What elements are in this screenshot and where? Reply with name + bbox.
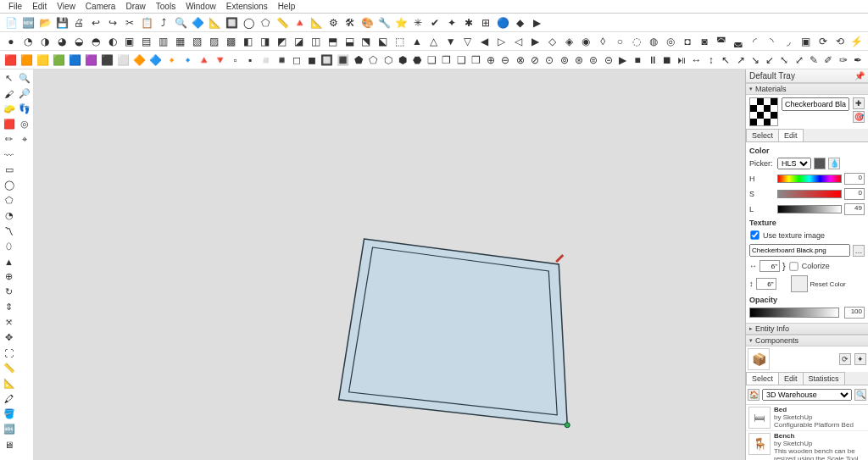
- toolbar3-button-7[interactable]: ⬜: [116, 53, 131, 68]
- toolbar2-button-21[interactable]: ⬔: [359, 34, 374, 49]
- texture-width[interactable]: [760, 260, 780, 272]
- toolbar2-button-24[interactable]: ▲: [409, 34, 425, 49]
- toolbar3-button-33[interactable]: ⊗: [514, 53, 526, 68]
- toolbar1-button-20[interactable]: 🛠: [342, 15, 358, 30]
- components-tab-select[interactable]: Select: [746, 372, 779, 385]
- toolbar2-button-9[interactable]: ▥: [156, 34, 171, 49]
- toolbar2-button-47[interactable]: ▣: [798, 34, 814, 49]
- link-dims-icon[interactable]: }: [782, 261, 786, 271]
- toolbar2-button-25[interactable]: △: [426, 34, 442, 49]
- toolbar3-button-25[interactable]: ⬢: [396, 53, 409, 68]
- toolbar2-button-49[interactable]: ⟲: [832, 34, 848, 49]
- toolbar3-button-39[interactable]: ⊝: [602, 53, 615, 68]
- components-tab-edit[interactable]: Edit: [778, 372, 804, 385]
- component-refresh-icon[interactable]: ⟳: [839, 353, 851, 365]
- entity-info-panel-head[interactable]: Entity Info: [746, 323, 868, 335]
- toolbar2-button-38[interactable]: ◍: [646, 34, 661, 49]
- opacity-slider[interactable]: [749, 308, 839, 318]
- toolbar3-button-40[interactable]: ▶: [616, 53, 629, 68]
- toolbar3-button-21[interactable]: 🔳: [336, 53, 350, 68]
- toolbar3-button-50[interactable]: ↙: [764, 53, 776, 68]
- toolbar1-button-12[interactable]: 📐: [207, 15, 222, 30]
- components-panel-head[interactable]: Components: [746, 335, 868, 346]
- modeling-viewport[interactable]: [34, 69, 745, 460]
- toolbar2-button-37[interactable]: ◌: [629, 34, 644, 49]
- toolbar3-button-9[interactable]: 🔷: [148, 53, 163, 68]
- left-tool-button-29[interactable]: ⌖: [17, 132, 31, 147]
- menu-tools[interactable]: Tools: [151, 2, 181, 11]
- toolbar3-button-53[interactable]: ✎: [807, 53, 820, 68]
- toolbar1-button-22[interactable]: 🔧: [376, 15, 392, 30]
- toolbar3-button-42[interactable]: ⏸: [646, 53, 659, 68]
- tray-title-bar[interactable]: Default Tray 📌: [746, 69, 868, 83]
- toolbar3-button-18[interactable]: ◻: [291, 53, 303, 68]
- toolbar3-button-4[interactable]: 🟦: [68, 53, 82, 68]
- toolbar3-button-22[interactable]: ⬟: [352, 53, 364, 68]
- toolbar1-button-11[interactable]: 🔷: [190, 15, 205, 30]
- toolbar3-button-3[interactable]: 🟩: [52, 53, 66, 68]
- toolbar2-button-28[interactable]: ◀: [477, 34, 492, 49]
- left-tool-button-22[interactable]: 🪣: [2, 407, 16, 421]
- left-tool-button-9[interactable]: ◔: [2, 208, 16, 223]
- browse-texture-icon[interactable]: …: [853, 245, 865, 257]
- toolbar1-button-14[interactable]: ◯: [241, 15, 256, 30]
- reset-color-swatch[interactable]: [791, 275, 808, 292]
- left-tool-button-4[interactable]: ✏: [2, 132, 16, 147]
- left-tool-button-17[interactable]: ✥: [2, 330, 16, 345]
- toolbar1-button-7[interactable]: ✂: [122, 15, 137, 30]
- toolbar3-button-1[interactable]: 🟧: [19, 53, 34, 68]
- toolbar2-button-11[interactable]: ▧: [189, 34, 204, 49]
- lum-value[interactable]: 49: [844, 203, 865, 215]
- toolbar2-button-20[interactable]: ⬓: [342, 34, 357, 49]
- left-tool-button-18[interactable]: ⛶: [2, 346, 16, 360]
- toolbar1-button-19[interactable]: ⚙: [326, 15, 341, 30]
- toolbar1-button-25[interactable]: ✔: [427, 15, 442, 30]
- toolbar1-button-27[interactable]: ✱: [461, 15, 476, 30]
- components-home-icon[interactable]: 🏠: [748, 389, 760, 401]
- toolbar1-button-29[interactable]: 🔵: [495, 15, 510, 30]
- toolbar3-button-19[interactable]: ◼: [305, 53, 318, 68]
- menu-edit[interactable]: Edit: [27, 2, 52, 11]
- toolbar3-button-55[interactable]: ✑: [837, 53, 849, 68]
- toolbar3-button-56[interactable]: ✒: [851, 53, 864, 68]
- toolbar1-button-21[interactable]: 🎨: [359, 15, 375, 30]
- left-tool-button-19[interactable]: 📏: [2, 361, 16, 375]
- toolbar3-button-29[interactable]: ❑: [455, 53, 468, 68]
- left-tool-button-27[interactable]: 👣: [17, 102, 31, 116]
- sat-slider[interactable]: [777, 190, 842, 198]
- hue-slider[interactable]: [777, 175, 842, 183]
- toolbar2-button-35[interactable]: ◊: [595, 34, 610, 49]
- left-tool-button-15[interactable]: ⇕: [2, 300, 16, 314]
- left-tool-button-14[interactable]: ↻: [2, 285, 16, 299]
- toolbar3-button-8[interactable]: 🔶: [132, 53, 147, 68]
- toolbar3-button-41[interactable]: ■: [632, 53, 644, 68]
- toolbar2-button-22[interactable]: ⬕: [376, 34, 391, 49]
- toolbar1-button-31[interactable]: ▶: [529, 15, 544, 30]
- toolbar3-button-16[interactable]: ◽: [259, 53, 273, 68]
- left-tool-button-13[interactable]: ⊕: [2, 269, 16, 284]
- toolbar3-button-37[interactable]: ⊛: [572, 53, 585, 68]
- toolbar2-button-30[interactable]: ◁: [511, 34, 526, 49]
- toolbar2-button-12[interactable]: ▨: [206, 34, 221, 49]
- toolbar1-button-30[interactable]: ◆: [512, 15, 527, 30]
- toolbar2-button-19[interactable]: ⬒: [325, 34, 340, 49]
- toolbar3-button-49[interactable]: ↘: [748, 53, 761, 68]
- toolbar3-button-17[interactable]: ◾: [275, 53, 289, 68]
- toolbar2-button-14[interactable]: ◧: [240, 34, 255, 49]
- toolbar2-button-1[interactable]: ◔: [20, 34, 36, 49]
- toolbar3-button-36[interactable]: ⊚: [558, 53, 570, 68]
- toolbar1-button-24[interactable]: ✳: [410, 15, 426, 30]
- toolbar2-button-40[interactable]: ◘: [680, 34, 695, 49]
- material-swatch[interactable]: [749, 97, 778, 126]
- toolbar2-button-42[interactable]: ◚: [714, 34, 729, 49]
- left-tool-button-25[interactable]: 🔍: [17, 71, 31, 86]
- toolbar3-button-6[interactable]: ⬛: [100, 53, 114, 68]
- toolbar2-button-5[interactable]: ◓: [88, 34, 103, 49]
- toolbar1-button-6[interactable]: ↪: [105, 15, 120, 30]
- toolbar3-button-15[interactable]: ▪: [243, 53, 256, 68]
- toolbar1-button-5[interactable]: ↩: [88, 15, 103, 30]
- toolbar1-button-0[interactable]: 📄: [3, 15, 19, 30]
- left-tool-button-6[interactable]: ▭: [2, 163, 16, 177]
- left-tool-button-7[interactable]: ◯: [2, 178, 16, 192]
- menu-help[interactable]: Help: [273, 2, 301, 11]
